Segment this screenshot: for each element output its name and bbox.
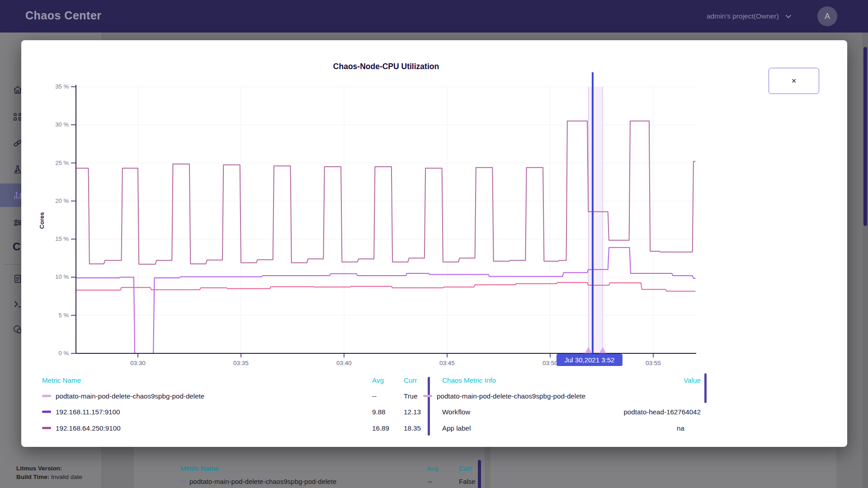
legend-header-avg: Avg [372, 376, 384, 384]
build-time-label: Build Time: [16, 474, 49, 480]
svg-text:35 %: 35 % [55, 83, 69, 90]
app-title: Chaos Center [25, 9, 102, 22]
avg-cell: 9.88 [372, 408, 386, 416]
info-value-cell: na [442, 424, 684, 432]
project-selector[interactable]: admin's project(Owner) [707, 0, 792, 33]
project-selector-label: admin's project(Owner) [707, 12, 779, 20]
bg-table-header-metric-name: Metric Name [180, 465, 219, 472]
svg-text:03:45: 03:45 [439, 360, 455, 366]
y-axis-label: Cores [38, 212, 45, 229]
series-line [76, 282, 695, 291]
curr-cell: False [459, 478, 476, 485]
svg-text:03:55: 03:55 [646, 360, 661, 366]
svg-text:03:30: 03:30 [130, 360, 146, 366]
chaos-region-band [588, 87, 603, 353]
close-button[interactable]: × [769, 68, 819, 94]
svg-text:15 %: 15 % [55, 235, 69, 242]
series-line [76, 121, 695, 264]
avg-cell: -- [372, 392, 377, 400]
cpu-utilization-chart[interactable]: 0 %5 %10 %15 %20 %25 %30 %35 %03:3003:35… [21, 40, 847, 386]
chaos-event-marker [585, 347, 592, 353]
series-color-dash [423, 395, 432, 397]
close-icon: × [791, 76, 796, 86]
metric-name-cell: 192.168.11.157:9100 [56, 408, 120, 416]
svg-text:25 %: 25 % [55, 160, 69, 166]
app-header: Chaos Center admin's project(Owner) A [0, 0, 868, 33]
background-table-scrollbar[interactable] [478, 460, 481, 488]
svg-text:0 %: 0 % [59, 350, 69, 357]
metric-name-cell: 192.168.64.250:9100 [56, 424, 121, 432]
chart-modal: Chaos-Node-CPU Utilization × 0 %5 %10 %1… [21, 40, 847, 447]
chaos-event-marker [599, 347, 606, 353]
avg-cell: 16.89 [372, 424, 389, 432]
series-color-dash [179, 480, 186, 482]
chart-tooltip-text: Jul 30,2021 3:52 [564, 356, 614, 364]
avatar[interactable]: A [817, 6, 837, 26]
curr-cell: 18.35 [404, 424, 421, 432]
svg-text:10 %: 10 % [55, 273, 69, 280]
series-color-dash [42, 427, 51, 429]
page-scrollbar-thumb[interactable] [863, 47, 867, 226]
curr-cell: True [404, 392, 418, 400]
chaos-metric-name: podtato-main-pod-delete-chaos9spbg-pod-d… [437, 392, 585, 400]
svg-text:5 %: 5 % [59, 312, 69, 319]
bg-table-header-avg: Avg [427, 465, 439, 472]
modal-title: Chaos-Node-CPU Utilization [333, 62, 439, 71]
chevron-down-icon [785, 14, 792, 19]
info-header-value: Value [442, 376, 701, 384]
series-line [76, 248, 695, 353]
svg-text:20 %: 20 % [55, 197, 69, 204]
chaos-info-scrollbar[interactable] [704, 373, 707, 403]
avatar-letter: A [825, 12, 830, 21]
build-time-value: Invalid date [51, 474, 82, 480]
metric-name-cell: podtato-main-pod-delete-chaos9spbg-pod-d… [56, 392, 204, 400]
sidebar-divider [4, 264, 23, 265]
legend-header-curr: Curr [404, 376, 417, 384]
avg-cell: -- [428, 478, 432, 485]
litmus-version-block: Litmus Version: Build Time: Invalid date [16, 464, 82, 481]
svg-text:30 %: 30 % [55, 121, 69, 128]
svg-text:03:50: 03:50 [542, 360, 558, 366]
info-value-cell: podtato-head-162764042 [442, 408, 701, 416]
bg-table-header-curr: Curr [459, 465, 472, 472]
svg-text:03:40: 03:40 [336, 360, 352, 366]
chart-tooltip [557, 354, 623, 366]
curr-cell: 12.13 [404, 408, 421, 416]
svg-text:03:35: 03:35 [233, 360, 249, 366]
series-color-dash [42, 395, 51, 397]
legend-header-metric-name: Metric Name [42, 376, 81, 384]
legend-info-divider [428, 377, 430, 436]
metric-name-cell: podtato-main-pod-delete-chaos9spbg-pod-d… [189, 478, 336, 485]
litmus-version-label: Litmus Version: [16, 465, 62, 472]
series-color-dash [42, 411, 51, 413]
